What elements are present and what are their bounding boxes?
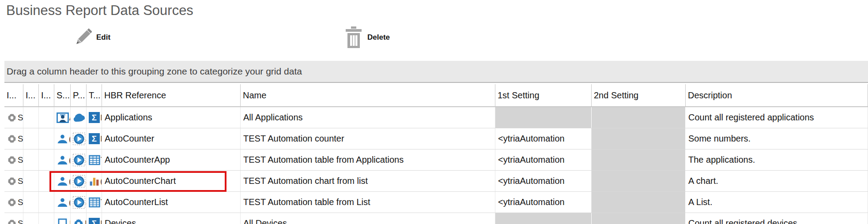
cell-first-setting: <ytriaAutomation <box>495 149 592 170</box>
column-header-i1[interactable]: I... <box>4 84 23 106</box>
truncated-text-fragment: S <box>18 113 23 123</box>
cell-second-setting <box>592 192 686 213</box>
play-icon <box>73 154 85 166</box>
grouping-zone[interactable]: Drag a column header to this grouping zo… <box>4 61 868 83</box>
gear-icon <box>7 134 17 144</box>
table-row[interactable]: S(JΣIAutoCounterTEST Automation counter<… <box>4 128 868 149</box>
table-icon <box>89 155 100 165</box>
bar-chart-icon <box>89 175 100 187</box>
cell-i2 <box>23 192 39 213</box>
cell-hbr-reference: AutoCounter <box>102 128 241 149</box>
truncated-text-fragment: S <box>18 155 23 165</box>
cell-name: TEST Automation chart from list <box>241 171 495 191</box>
device-icon <box>57 218 69 224</box>
cell-type: T <box>87 192 102 213</box>
cell-second-setting <box>592 213 686 224</box>
cell-provider: I <box>71 213 87 224</box>
cell-first-setting: <ytriaAutomation <box>495 192 592 213</box>
svg-text:Σ: Σ <box>92 219 97 224</box>
cell-i2 <box>23 128 39 149</box>
column-header-description[interactable]: Description <box>686 84 868 106</box>
trash-icon <box>344 26 363 49</box>
cell-i1: S <box>4 149 23 170</box>
cell-first-setting: <ytriaAutomation <box>495 128 592 149</box>
edit-button[interactable]: Edit <box>74 23 110 52</box>
grid-header-row: I...I...I...S...P...T...HBR ReferenceNam… <box>4 84 868 107</box>
delete-button[interactable]: Delete <box>344 23 390 52</box>
cell-i1: S <box>4 107 23 128</box>
cell-i1: S <box>4 128 23 149</box>
cell-description: Count all registered applications <box>686 107 868 128</box>
cell-provider: J <box>71 192 87 213</box>
cell-name: TEST Automation table from List <box>241 192 495 213</box>
table-row[interactable]: SIIΣIDevicesAll DevicesCount all registe… <box>4 213 868 224</box>
column-header-provider[interactable]: P... <box>71 84 87 106</box>
cell-description: A chart. <box>686 171 868 191</box>
cell-second-setting <box>592 107 686 128</box>
column-header-first-setting[interactable]: 1st Setting <box>495 84 592 106</box>
cell-i2 <box>23 213 39 224</box>
cell-description: A List. <box>686 192 868 213</box>
play-icon <box>73 175 85 187</box>
column-header-hbr-reference[interactable]: HBR Reference <box>102 84 241 106</box>
cell-source: / <box>54 107 71 128</box>
gear-icon <box>7 112 17 123</box>
grid-body: S/FΣIApplicationsAll ApplicationsCount a… <box>4 107 868 224</box>
svg-text:Σ: Σ <box>92 113 97 122</box>
cell-description: Some numbers. <box>686 128 868 149</box>
gear-icon <box>7 197 17 208</box>
cell-source: ( <box>54 149 71 170</box>
table-row[interactable]: S/FΣIApplicationsAll ApplicationsCount a… <box>4 107 868 128</box>
cell-first-setting <box>495 107 592 128</box>
sigma-icon: Σ <box>89 218 100 224</box>
column-header-type[interactable]: T... <box>87 84 102 106</box>
svg-text:Σ: Σ <box>92 134 97 143</box>
cell-name: All Devices <box>241 213 495 224</box>
column-header-i2[interactable]: I... <box>23 84 39 106</box>
cell-i1: S <box>4 192 23 213</box>
table-row[interactable]: S(JTAutoCounterAppTEST Automation table … <box>4 149 868 171</box>
cloud-icon <box>73 113 86 123</box>
column-header-name[interactable]: Name <box>241 84 495 106</box>
cell-provider: J <box>71 128 87 149</box>
cell-i3 <box>39 128 54 149</box>
cell-hbr-reference: Applications <box>102 107 241 128</box>
column-header-second-setting[interactable]: 2nd Setting <box>592 84 686 106</box>
grouping-zone-text: Drag a column header to this grouping zo… <box>4 61 868 82</box>
cell-hbr-reference: AutoCounterApp <box>102 149 241 170</box>
cell-i3 <box>39 171 54 191</box>
cell-description: Count all registered devices <box>686 213 868 224</box>
cell-i3 <box>39 213 54 224</box>
cell-type: T <box>87 149 102 170</box>
data-grid: I...I...I...S...P...T...HBR ReferenceNam… <box>4 84 868 224</box>
cell-type: ( <box>87 171 102 191</box>
cell-provider: J <box>71 171 87 191</box>
table-row[interactable]: S(JTAutoCounterListTEST Automation table… <box>4 192 868 213</box>
column-header-i3[interactable]: I... <box>39 84 54 106</box>
cell-i3 <box>39 149 54 170</box>
cell-hbr-reference: AutoCounterChart <box>102 171 241 191</box>
cell-i3 <box>39 192 54 213</box>
column-header-source[interactable]: S... <box>54 84 71 106</box>
cell-name: TEST Automation table from Applications <box>241 149 495 170</box>
cell-name: TEST Automation counter <box>241 128 495 149</box>
page-title: Business Report Data Sources <box>6 3 193 19</box>
delete-button-label: Delete <box>367 33 390 42</box>
cell-first-setting: <ytriaAutomation <box>495 171 592 191</box>
cell-type: ΣI <box>87 107 102 128</box>
cell-i2 <box>23 171 39 191</box>
play-icon <box>73 133 85 145</box>
person-icon <box>57 175 68 187</box>
cell-i3 <box>39 107 54 128</box>
person-icon <box>57 154 68 166</box>
cell-second-setting <box>592 171 686 191</box>
table-icon <box>89 197 100 208</box>
table-row[interactable]: S(J(AutoCounterChartTEST Automation char… <box>4 171 868 192</box>
cell-i1: S <box>4 213 23 224</box>
cell-hbr-reference: AutoCounterList <box>102 192 241 213</box>
cell-i2 <box>23 107 39 128</box>
cell-source: ( <box>54 192 71 213</box>
truncated-text-fragment: S <box>18 134 23 144</box>
truncated-text-fragment: S <box>18 198 23 207</box>
sigma-icon: Σ <box>89 112 100 123</box>
